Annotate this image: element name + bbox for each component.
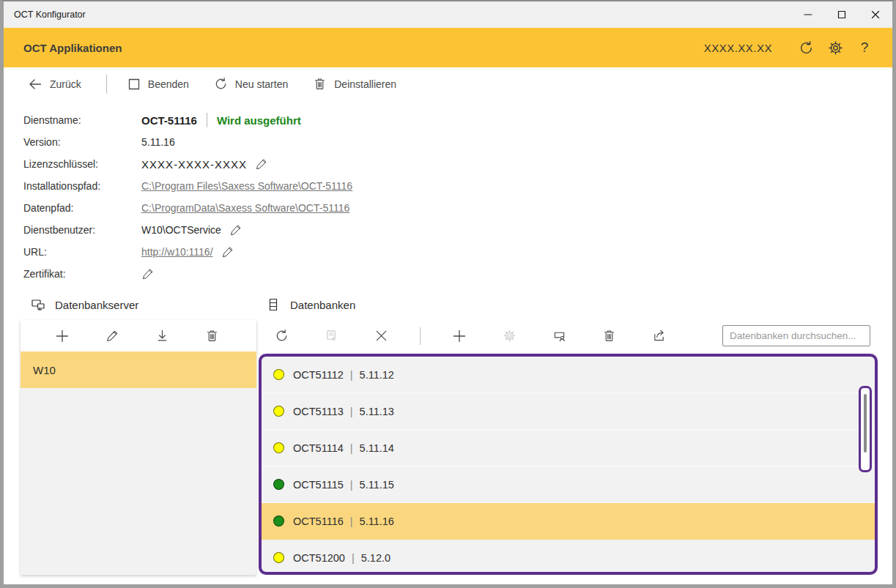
db-user-permissions-button[interactable] (552, 329, 566, 343)
refresh-icon (275, 329, 289, 343)
edit-dienstbenutzer-button[interactable] (229, 223, 242, 237)
delete-db-button[interactable] (601, 329, 616, 343)
installationspfad-link[interactable]: C:\Program Files\Saxess Software\OCT-511… (141, 180, 352, 192)
uninstall-button[interactable]: Deinstallieren (313, 77, 396, 91)
server-panel-header: Datenbankserver (4, 297, 256, 312)
edit-zertifikat-button[interactable] (141, 267, 155, 280)
dienstbenutzer-value: W10\OCTService (141, 224, 221, 236)
server-icon (31, 297, 45, 312)
plus-icon (55, 329, 70, 343)
clear-db-button[interactable] (374, 329, 388, 343)
db-name: OCT51115 (293, 479, 344, 491)
server-toolbar (21, 320, 256, 351)
server-list-item[interactable]: W10 (21, 351, 256, 388)
db-separator: | (350, 516, 353, 527)
minimize-button[interactable] (791, 1, 825, 28)
stop-label: Beenden (148, 78, 189, 90)
pencil-icon (141, 267, 155, 280)
toolbar-divider (106, 75, 107, 94)
share-icon (652, 329, 666, 343)
edit-url-button[interactable] (221, 245, 234, 258)
pencil-icon (105, 329, 119, 343)
db-name: OCT51113 (293, 406, 344, 417)
edit-server-button[interactable] (105, 329, 119, 343)
database-icon (266, 297, 281, 312)
detail-row-dienstbenutzer: Dienstbenutzer: W10\OCTService (23, 219, 892, 241)
zertifikat-label: Zertifikat: (23, 268, 141, 280)
page-title: OCT Applikationen (23, 42, 704, 54)
db-list-item[interactable]: OCT51116 | 5.11.16 (262, 503, 875, 540)
db-list-item[interactable]: OCT51113 | 5.11.13 (262, 393, 875, 430)
pencil-icon (255, 157, 268, 171)
db-list-item[interactable]: OCT51200 | 5.12.0 (262, 540, 875, 575)
back-button[interactable]: Zurück (28, 77, 81, 92)
server-name: W10 (33, 364, 56, 376)
edit-license-button[interactable] (255, 157, 268, 171)
db-panel: OCT51112 | 5.11.12 OCT51113 | 5.11.13 OC… (259, 320, 878, 575)
datenpfad-link[interactable]: C:\ProgramData\Saxess Software\OCT-51116 (141, 202, 349, 214)
url-link[interactable]: http://w10:1116/ (141, 246, 213, 258)
delete-server-button[interactable] (204, 329, 219, 343)
panels-section: Datenbankserver Datenbanken (4, 289, 892, 578)
refresh-db-button[interactable] (274, 329, 289, 343)
db-separator: | (350, 406, 353, 417)
add-db-button[interactable] (452, 329, 467, 343)
refresh-icon (799, 40, 814, 56)
datenpfad-label: Datenpfad: (23, 202, 141, 214)
restart-service-button[interactable]: Neu starten (214, 77, 288, 91)
server-panel-title: Datenbankserver (55, 299, 138, 311)
stop-service-button[interactable]: Beenden (127, 78, 189, 91)
settings-button[interactable] (821, 33, 850, 62)
add-server-button[interactable] (55, 329, 70, 343)
stop-icon (127, 78, 141, 91)
app-window: OCT Konfigurator OCT Applikationen XXXX.… (0, 0, 896, 588)
title-bar: OCT Konfigurator (4, 1, 892, 28)
server-panel: W10 (21, 320, 256, 575)
document-import-icon (325, 329, 338, 343)
panel-headers: Datenbankserver Datenbanken (4, 289, 892, 320)
window-title: OCT Konfigurator (4, 10, 791, 20)
pencil-icon (221, 245, 234, 258)
db-list-item[interactable]: OCT51114 | 5.11.14 (262, 430, 875, 466)
gear-icon (503, 329, 517, 343)
restart-label: Neu starten (235, 78, 288, 90)
db-search-input[interactable] (722, 325, 870, 346)
db-toolbar-divider (420, 327, 421, 345)
import-server-button[interactable] (155, 329, 169, 343)
db-settings-button (502, 329, 517, 343)
db-status-dot-icon (273, 479, 284, 490)
back-label: Zurück (50, 78, 81, 90)
installationspfad-label: Installationspfad: (23, 180, 141, 192)
download-icon (155, 329, 169, 343)
help-button[interactable]: ? (850, 33, 879, 62)
db-status-dot-icon (273, 406, 284, 417)
service-details: Dienstname: OCT-51116 Wird ausgeführt Ve… (4, 100, 892, 289)
db-status-dot-icon (273, 369, 284, 380)
db-panel-header: Datenbanken (256, 297, 355, 312)
lizenz-value: XXXX-XXXX-XXXX (141, 158, 247, 171)
refresh-button[interactable] (791, 33, 821, 62)
share-db-button[interactable] (651, 329, 666, 343)
db-scrollbar[interactable] (859, 386, 872, 472)
minimize-icon (804, 10, 812, 19)
app-version: XXXX.XX.XX (704, 42, 772, 54)
detail-row-url: URL: http://w10:1116/ (23, 241, 892, 263)
db-version: 5.11.15 (360, 479, 394, 491)
close-button[interactable] (859, 1, 892, 28)
db-status-dot-icon (273, 516, 284, 526)
restart-icon (214, 77, 228, 91)
help-icon: ? (861, 40, 869, 56)
db-list: OCT51112 | 5.11.12 OCT51113 | 5.11.13 OC… (259, 354, 878, 575)
db-separator: | (350, 369, 353, 381)
value-divider (207, 113, 207, 127)
version-value: 5.11.16 (141, 136, 175, 148)
detail-row-version: Version: 5.11.16 (23, 131, 892, 153)
db-scrollbar-thumb[interactable] (864, 394, 867, 453)
dienstname-label: Dienstname: (23, 114, 141, 126)
lizenz-label: Lizenzschlüssel: (23, 158, 141, 170)
db-version: 5.11.16 (360, 516, 394, 527)
db-list-item[interactable]: OCT51112 | 5.11.12 (262, 357, 875, 393)
bottom-strip (4, 578, 892, 588)
db-list-item[interactable]: OCT51115 | 5.11.15 (262, 466, 875, 503)
maximize-button[interactable] (825, 1, 859, 28)
